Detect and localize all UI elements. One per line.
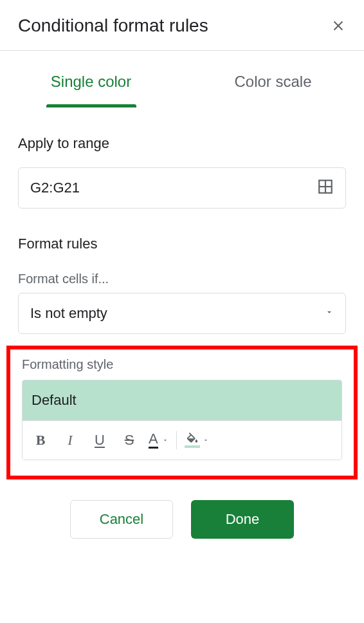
italic-button[interactable]: I	[56, 427, 84, 453]
tab-color-scale[interactable]: Color scale	[182, 51, 364, 107]
apply-range-title: Apply to range	[18, 135, 346, 152]
fill-color-button[interactable]	[182, 432, 212, 448]
range-input[interactable]	[30, 180, 317, 196]
chevron-down-icon	[162, 434, 168, 446]
style-preview-container: Default B I U S A	[22, 380, 342, 460]
style-preview-text: Default	[32, 392, 77, 408]
paint-bucket-icon	[185, 432, 200, 447]
range-input-container	[18, 167, 346, 209]
strikethrough-button[interactable]: S	[115, 427, 143, 453]
fill-color-indicator	[185, 445, 200, 448]
bold-button[interactable]: B	[26, 427, 55, 453]
chevron-down-icon	[203, 434, 209, 446]
condition-value: Is not empty	[30, 305, 107, 322]
close-icon[interactable]	[331, 18, 346, 33]
chevron-down-icon	[325, 308, 334, 319]
underline-button[interactable]: U	[86, 427, 114, 453]
tab-single-color[interactable]: Single color	[0, 51, 182, 107]
tab-color-scale-label: Color scale	[234, 73, 311, 90]
done-button[interactable]: Done	[191, 500, 294, 539]
toolbar-separator	[176, 431, 177, 449]
cancel-button[interactable]: Cancel	[70, 500, 173, 539]
format-toolbar: B I U S A	[23, 421, 341, 460]
condition-select[interactable]: Is not empty	[18, 293, 346, 334]
highlight-annotation: Formatting style Default B I U S A	[6, 346, 358, 479]
style-preview[interactable]: Default	[23, 380, 341, 421]
grid-select-icon[interactable]	[317, 178, 334, 198]
format-cells-if-label: Format cells if...	[18, 272, 346, 286]
text-color-button[interactable]: A	[145, 427, 171, 453]
format-rules-title: Format rules	[18, 236, 346, 252]
panel-title: Conditional format rules	[18, 15, 208, 36]
formatting-style-label: Formatting style	[22, 357, 342, 372]
tab-single-color-label: Single color	[51, 73, 131, 90]
